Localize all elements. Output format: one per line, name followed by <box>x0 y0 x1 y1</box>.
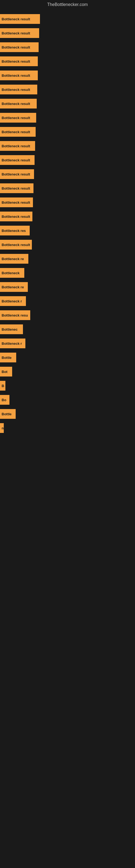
bar-row <box>0 463 135 477</box>
bottleneck-bar[interactable]: Bottleneck result <box>0 212 32 221</box>
bottleneck-bar[interactable]: Bottleneck res <box>0 226 30 236</box>
bar-row: Bo <box>0 393 135 407</box>
bar-row <box>0 816 135 830</box>
bar-row: Bot <box>0 365 135 379</box>
site-title: TheBottlenecker.com <box>0 0 135 9</box>
bar-row <box>0 675 135 689</box>
bar-row: Bottleneck result <box>0 167 135 181</box>
bottleneck-bar[interactable]: Bottleneck r <box>0 296 26 306</box>
bar-row: Bottleneck result <box>0 54 135 68</box>
bar-row <box>0 435 135 449</box>
bottleneck-bar[interactable]: Bottleneck result <box>0 141 35 151</box>
bottleneck-bar[interactable]: Bottleneck re <box>0 282 28 292</box>
bottleneck-bar[interactable]: Bottle <box>0 352 16 362</box>
bottleneck-bar[interactable]: Bottleneck result <box>0 99 37 108</box>
bottleneck-bar[interactable]: Bottleneck result <box>0 85 37 94</box>
bar-row <box>0 844 135 858</box>
bar-row <box>0 477 135 492</box>
bar-row <box>0 492 135 506</box>
bar-row <box>0 590 135 604</box>
bottleneck-bar[interactable]: Bottleneck result <box>0 14 40 24</box>
bar-row <box>0 745 135 760</box>
bar-row <box>0 830 135 844</box>
bar-row: Bottleneck result <box>0 26 135 40</box>
bottleneck-bar[interactable]: Bottleneck result <box>0 56 38 66</box>
bar-row: Bottleneck result <box>0 125 135 139</box>
bar-row: Bottleneck r <box>0 336 135 350</box>
bottleneck-bar[interactable]: B <box>0 381 5 391</box>
bottleneck-bar[interactable]: Bottleneck result <box>0 127 36 137</box>
bar-row: Bottleneck result <box>0 40 135 54</box>
bar-row: Bottleneck result <box>0 153 135 167</box>
bottleneck-bar[interactable]: Bottleneck result <box>0 169 34 179</box>
bottleneck-bar[interactable]: Bottleneck result <box>0 155 35 165</box>
bottleneck-bar[interactable]: Bottleneck result <box>0 70 38 80</box>
bar-row: Bottle <box>0 407 135 421</box>
bar-row: Bottleneck <box>0 266 135 280</box>
bar-row <box>0 760 135 774</box>
bar-row: Bottleneck result <box>0 195 135 209</box>
bottleneck-bar[interactable]: Bottleneck result <box>0 197 33 207</box>
bottleneck-bar[interactable]: Bottlenec <box>0 324 23 334</box>
bottleneck-bar[interactable]: n <box>0 423 4 433</box>
bar-row: Bottleneck result <box>0 12 135 26</box>
bar-row: Bottleneck re <box>0 252 135 266</box>
bar-row <box>0 520 135 534</box>
bottleneck-bar[interactable]: Bottle <box>0 409 16 419</box>
bar-row <box>0 647 135 661</box>
bar-row: Bottlenec <box>0 322 135 336</box>
bar-row <box>0 506 135 520</box>
bottleneck-bar[interactable]: Bottleneck <box>0 268 24 278</box>
bar-row: Bottleneck result <box>0 139 135 153</box>
bottleneck-bar[interactable]: Bottleneck resu <box>0 310 30 320</box>
bar-row <box>0 717 135 731</box>
bar-row: Bottleneck result <box>0 97 135 111</box>
bar-row: Bottleneck res <box>0 223 135 238</box>
bottleneck-bar[interactable]: Bot <box>0 367 12 376</box>
bar-row <box>0 802 135 816</box>
bar-row: Bottleneck resu <box>0 308 135 322</box>
bottleneck-bar[interactable]: Bottleneck r <box>0 339 26 348</box>
bar-row <box>0 576 135 590</box>
bar-row <box>0 562 135 576</box>
bar-row: Bottleneck result <box>0 238 135 252</box>
bar-row <box>0 618 135 632</box>
bar-row <box>0 534 135 548</box>
bar-row: Bottle <box>0 350 135 365</box>
bottleneck-bar[interactable]: Bottleneck result <box>0 240 32 250</box>
bar-row <box>0 774 135 788</box>
bar-row: Bottleneck result <box>0 209 135 223</box>
bottleneck-bar[interactable]: Bottleneck result <box>0 42 39 52</box>
bar-row <box>0 449 135 463</box>
bar-row <box>0 788 135 802</box>
bar-row <box>0 731 135 745</box>
bar-row <box>0 604 135 618</box>
bar-row: Bottleneck result <box>0 83 135 97</box>
bottleneck-bar[interactable]: Bo <box>0 395 9 405</box>
bar-row <box>0 689 135 703</box>
bar-row: Bottleneck result <box>0 111 135 125</box>
bottleneck-bar[interactable]: Bottleneck result <box>0 113 36 123</box>
bar-row <box>0 632 135 647</box>
bar-row <box>0 703 135 717</box>
bottleneck-bar[interactable]: Bottleneck result <box>0 183 34 193</box>
bar-row: n <box>0 421 135 435</box>
bar-row: Bottleneck result <box>0 181 135 195</box>
bar-row: Bottleneck re <box>0 280 135 294</box>
bar-row <box>0 548 135 562</box>
bar-row: Bottleneck r <box>0 294 135 308</box>
bar-row: B <box>0 379 135 393</box>
bar-row <box>0 661 135 675</box>
bottleneck-bar[interactable]: Bottleneck re <box>0 254 28 264</box>
bottleneck-bar[interactable]: Bottleneck result <box>0 28 39 38</box>
bar-row: Bottleneck result <box>0 68 135 83</box>
bars-container: Bottleneck resultBottleneck resultBottle… <box>0 9 135 861</box>
